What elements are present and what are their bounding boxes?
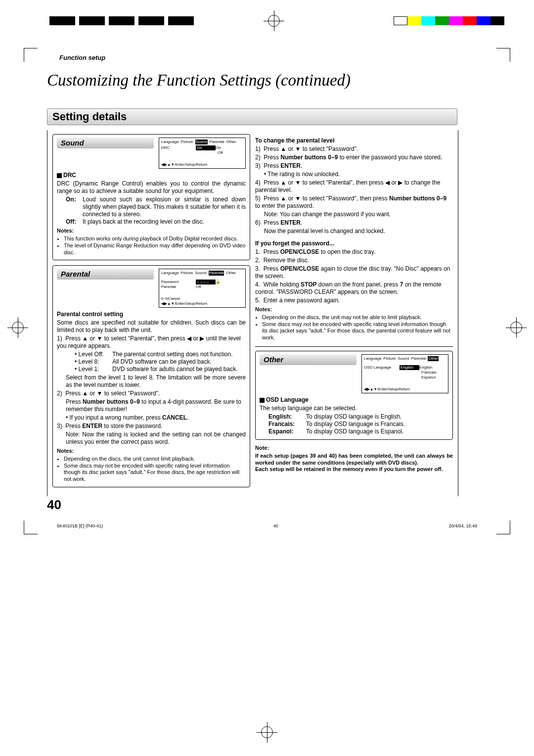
registration-mark-top [268, 15, 280, 27]
drc-heading: DRC [63, 172, 76, 179]
osd-tab: Other [226, 140, 236, 144]
osd-tab-selected: Parental [209, 271, 224, 276]
lang-text: To display OSD language is Espanol. [306, 428, 403, 435]
step-text: Press ENTER. [264, 162, 302, 169]
crop-mark [496, 520, 510, 534]
note-heading: Note: [255, 445, 453, 452]
step-text: Remove the disc. [264, 257, 310, 264]
osd-tab: Parental [210, 140, 224, 144]
osd-lang-description: The setup language can be selected. [260, 405, 448, 412]
notes-heading: Notes: [255, 306, 453, 313]
drc-on-label: On: [66, 196, 83, 218]
notes-heading: Notes: [57, 448, 246, 455]
sound-osd: Language Picture Sound Parental Other DR… [159, 138, 246, 169]
level-text: The parental control setting does not fu… [112, 351, 246, 358]
level-text: All DVD software can be played back. [112, 358, 246, 366]
registration-mark-left [12, 322, 24, 333]
other-panel: Other Language Picture Sound Parental Ot… [255, 351, 453, 440]
step-text: Select from the level 1 to level 8. The … [66, 374, 246, 389]
osd-option: English [419, 365, 444, 370]
level-label: • Level Off: [75, 351, 112, 358]
osd-tab: Parental [411, 356, 426, 361]
lang-text: To display OSD language is English. [306, 413, 401, 421]
level-text: DVD software for adults cannot be played… [112, 366, 246, 373]
footer-file: 5K40101B [E] (P40-41) [57, 523, 103, 528]
notes-heading: Notes: [57, 228, 246, 235]
change-parental-heading: To change the parental level [255, 137, 453, 144]
section-label: Function setup [59, 54, 504, 61]
step-text: • The rating is now unlocked. [264, 171, 453, 178]
step-text: Press ENTER to store the password. [65, 423, 162, 429]
drc-on-text: Loud sound such as explosion or similar … [83, 196, 246, 218]
note-item: Depending on the discs, the unit cannot … [64, 456, 246, 463]
step-text: Press ▲ or ▼ to select "Password", then … [255, 195, 446, 209]
osd-lang-heading: OSD Language [266, 396, 309, 403]
crop-mark [24, 48, 38, 62]
page: Function setup Customizing the Function … [0, 0, 534, 756]
page-number: 40 [47, 497, 504, 513]
section-header: Setting details [47, 108, 457, 125]
osd-option: Espanol [421, 375, 446, 380]
square-icon [260, 398, 265, 403]
osd-tab: Language [161, 271, 179, 276]
step-text: Press OPEN/CLOSE again to close the disc… [255, 265, 450, 280]
osd-tab: Language [161, 140, 179, 144]
pcs-description: Some discs are specified not suitable fo… [57, 319, 246, 334]
osd-row-label: Password [161, 280, 196, 284]
step-text: • If you input a wrong number, press CAN… [66, 414, 246, 422]
sound-title: Sound [57, 138, 154, 148]
step-text: Press ▲ or ▼ to select "Parental", then … [57, 335, 241, 349]
sound-panel: Sound Language Picture Sound Parental Ot… [52, 134, 250, 260]
osd-tab-selected: Sound [195, 140, 208, 144]
level-label: • Level 1: [75, 366, 112, 373]
note-item: Some discs may not be encoded with speci… [64, 463, 246, 483]
footer-page: 40 [273, 523, 278, 528]
step-text: Enter a new password again. [264, 297, 340, 304]
drc-off-label: Off: [66, 218, 83, 226]
parental-osd: Language Picture Sound Parental Other Pa… [159, 269, 246, 308]
lang-label: Francais: [268, 421, 306, 428]
osd-row-label: OSD Language [364, 365, 400, 370]
osd-tab: Language [364, 356, 382, 361]
print-marks [49, 15, 504, 27]
osd-option: On [216, 145, 240, 150]
osd-row-value: Off [196, 284, 221, 289]
note-item: Depending on the discs, the unit may not… [262, 314, 453, 321]
osd-tab: Picture [181, 271, 193, 276]
osd-row-label: DRC [161, 145, 196, 150]
level-label: • Level 8: [75, 358, 112, 366]
notes-list: Depending on the discs, the unit may not… [255, 314, 453, 341]
note-item: Some discs may not be encoded with speci… [262, 321, 453, 341]
lang-text: To display OSD language is Francais. [306, 421, 405, 428]
lock-icon: 🔓 [216, 280, 221, 284]
content-area: Function setup Customizing the Function … [30, 54, 504, 528]
notes-list: Depending on the discs, the unit cannot … [57, 456, 246, 483]
step-text: Note: Now the rating is locked and the s… [66, 431, 246, 446]
note-item: This function works only during playback… [64, 236, 246, 242]
osd-tab: Sound [398, 356, 409, 361]
registration-mark-bottom [261, 726, 273, 738]
drc-off-text: It plays back at the recording level on … [83, 218, 246, 226]
osd-tab: Picture [384, 356, 396, 361]
body: Sound Language Picture Sound Parental Ot… [47, 130, 458, 496]
step-text: Now the parental level is changed and lo… [264, 228, 453, 235]
osd-row-value: English [400, 365, 419, 370]
osd-tab: Other [226, 271, 236, 276]
parental-title: Parental [57, 269, 154, 280]
step-text: While holding STOP down on the front pan… [255, 281, 442, 295]
osd-foot: ◀▶▲▼/Enter/Setup/Return [364, 387, 446, 391]
osd-option: Francais [421, 370, 446, 375]
osd-row-value: – – – – [196, 280, 216, 284]
left-column: Sound Language Picture Sound Parental Ot… [52, 134, 250, 492]
step-text: Press ▲ or ▼ to select "Password". [65, 390, 160, 397]
osd-foot: ◀▶▲▼/Enter/Setup/Return [161, 301, 243, 306]
osd-row-value: On [196, 145, 216, 150]
other-title: Other [260, 354, 356, 365]
registration-mark-right [510, 322, 522, 333]
lang-label: English: [268, 413, 306, 421]
lang-label: Espanol: [268, 428, 306, 435]
osd-foot: ◀▶▲▼/Enter/Setup/Return [161, 162, 243, 167]
right-column: To change the parental level 1) Press ▲ … [255, 134, 453, 492]
note-body: If each setup (pages 39 and 40) has been… [255, 453, 453, 473]
step-text: Press ▲ or ▼ to select "Password". [264, 145, 358, 152]
